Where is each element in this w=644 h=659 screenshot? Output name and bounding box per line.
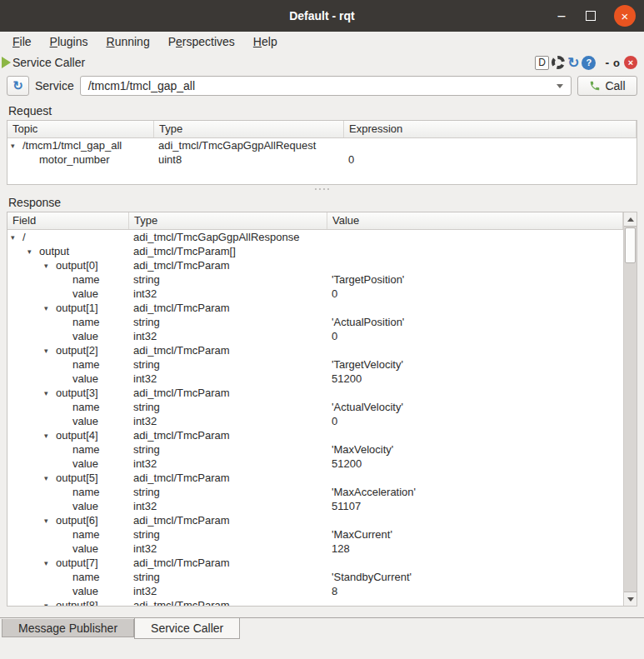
field-name: name <box>72 401 100 413</box>
expand-arrow-icon[interactable]: ▾ <box>44 429 56 442</box>
field-value <box>327 598 623 607</box>
table-row[interactable]: namestring'ActualPosition' <box>7 315 623 329</box>
service-toolbar: ↻ Service /tmcm1/tmcl_gap_all Call <box>0 73 644 98</box>
dock-close-button[interactable]: × <box>624 56 637 69</box>
expand-arrow-icon[interactable]: ▾ <box>11 139 22 152</box>
menu-item-running[interactable]: Running <box>97 33 159 50</box>
field-type: adi_tmcl/TmcParam <box>129 428 327 442</box>
scroll-down-button[interactable] <box>624 592 637 606</box>
menu-item-help[interactable]: Help <box>244 33 287 50</box>
expand-arrow-icon[interactable]: ▾ <box>44 557 56 570</box>
field-type: uint8 <box>154 152 344 167</box>
table-row[interactable]: ▾output[1]adi_tmcl/TmcParam <box>7 301 623 315</box>
reload-icon[interactable]: ↻ <box>567 56 579 70</box>
table-row[interactable]: ▾output[7]adi_tmcl/TmcParam <box>7 556 623 570</box>
field-name: / <box>22 231 26 243</box>
expand-arrow-icon[interactable]: ▾ <box>27 245 39 258</box>
table-row[interactable]: namestring'TargetVelocity' <box>7 357 623 372</box>
service-combobox-value: /tmcm1/tmcl_gap_all <box>88 79 195 92</box>
table-row[interactable]: namestring'TargetPosition' <box>7 272 623 287</box>
call-button[interactable]: Call <box>577 76 637 96</box>
table-row[interactable]: ▾output[3]adi_tmcl/TmcParam <box>7 386 623 400</box>
column-header-field[interactable]: Field <box>7 212 129 229</box>
column-header-type[interactable]: Type <box>154 121 344 137</box>
play-icon <box>2 57 11 68</box>
scrollbar-thumb[interactable] <box>625 227 636 263</box>
field-value: 0 <box>344 152 637 167</box>
refresh-services-button[interactable]: ↻ <box>7 76 29 96</box>
dock-minimize-button[interactable]: - <box>605 56 609 69</box>
table-row[interactable]: valueint320 <box>7 414 623 428</box>
menu-item-perspectives[interactable]: Perspectives <box>159 33 244 50</box>
dock-float-button[interactable]: o <box>612 57 622 69</box>
table-row[interactable]: valueint3251200 <box>7 457 623 471</box>
table-row[interactable]: ▾output[8]adi_tmcl/TmcParam <box>7 598 623 607</box>
column-header-type[interactable]: Type <box>129 212 327 229</box>
vertical-scrollbar[interactable] <box>623 212 637 606</box>
response-table: FieldTypeValue ▾/adi_tmcl/TmcGapGgpAllRe… <box>7 212 637 607</box>
field-type: string <box>129 272 327 287</box>
expand-arrow-icon[interactable]: ▾ <box>44 514 56 527</box>
expand-arrow-icon[interactable]: ▾ <box>44 387 56 400</box>
response-table-header: FieldTypeValue <box>7 212 623 230</box>
expand-arrow-icon[interactable]: ▾ <box>44 472 56 485</box>
field-type: string <box>129 357 327 372</box>
field-name: value <box>72 372 98 385</box>
response-section-label: Response <box>0 193 644 212</box>
column-header-expression[interactable]: Expression <box>344 121 637 137</box>
menu-item-file[interactable]: File <box>3 33 41 50</box>
field-type: int32 <box>129 542 327 556</box>
table-row[interactable]: motor_numberuint80 <box>7 152 637 167</box>
field-name: value <box>72 330 98 342</box>
table-row[interactable]: valueint3251107 <box>7 499 623 513</box>
table-row[interactable]: valueint32128 <box>7 542 623 556</box>
expand-arrow-icon[interactable]: ▾ <box>44 599 56 607</box>
field-name: output[1] <box>56 302 98 314</box>
field-type: int32 <box>129 287 327 301</box>
tab-message-publisher[interactable]: Message Publisher <box>2 619 134 637</box>
window-close-button[interactable]: × <box>614 5 636 27</box>
table-row[interactable]: valueint320 <box>7 287 623 301</box>
field-type: string <box>129 315 327 329</box>
splitter-handle[interactable] <box>0 185 644 193</box>
table-row[interactable]: ▾outputadi_tmcl/TmcParam[] <box>7 244 623 258</box>
scroll-up-button[interactable] <box>624 212 637 227</box>
service-combobox[interactable]: /tmcm1/tmcl_gap_all <box>80 76 572 96</box>
table-row[interactable]: namestring'MaxAcceleration' <box>7 485 623 499</box>
table-row[interactable]: namestring'MaxCurrent' <box>7 527 623 542</box>
table-row[interactable]: ▾output[0]adi_tmcl/TmcParam <box>7 258 623 272</box>
table-row[interactable]: namestring'StandbyCurrent' <box>7 570 623 584</box>
field-name: output[2] <box>56 344 98 357</box>
field-type: int32 <box>129 329 327 343</box>
table-row[interactable]: valueint328 <box>7 584 623 598</box>
expand-arrow-icon[interactable]: ▾ <box>44 259 56 272</box>
field-name: value <box>72 542 98 555</box>
field-name: output[4] <box>56 429 98 442</box>
table-row[interactable]: ▾output[6]adi_tmcl/TmcParam <box>7 513 623 527</box>
table-row[interactable]: ▾output[2]adi_tmcl/TmcParam <box>7 343 623 357</box>
table-row[interactable]: namestring'MaxVelocity' <box>7 442 623 457</box>
field-value: 'MaxCurrent' <box>327 527 623 542</box>
window-maximize-button[interactable] <box>586 11 596 21</box>
table-row[interactable]: namestring'ActualVelocity' <box>7 400 623 414</box>
window-minimize-button[interactable]: – <box>556 12 567 20</box>
table-row[interactable]: ▾output[5]adi_tmcl/TmcParam <box>7 471 623 485</box>
expand-arrow-icon[interactable]: ▾ <box>11 231 22 244</box>
dock-d-button[interactable]: D <box>535 56 549 70</box>
tab-service-caller[interactable]: Service Caller <box>134 617 240 639</box>
menu-item-plugins[interactable]: Plugins <box>41 33 97 50</box>
field-value: 51200 <box>327 372 623 386</box>
field-type: string <box>129 442 327 457</box>
field-type: adi_tmcl/TmcGapGgpAllRequest <box>154 138 344 152</box>
table-row[interactable]: valueint3251200 <box>7 372 623 386</box>
column-header-topic[interactable]: Topic <box>7 121 154 137</box>
table-row[interactable]: valueint320 <box>7 329 623 343</box>
table-row[interactable]: ▾/adi_tmcl/TmcGapGgpAllResponse <box>7 230 623 244</box>
expand-arrow-icon[interactable]: ▾ <box>44 344 56 357</box>
table-row[interactable]: ▾output[4]adi_tmcl/TmcParam <box>7 428 623 442</box>
column-header-value[interactable]: Value <box>327 212 623 229</box>
expand-arrow-icon[interactable]: ▾ <box>44 302 56 315</box>
gear-icon[interactable] <box>552 56 565 69</box>
help-icon[interactable]: ? <box>582 56 596 70</box>
table-row[interactable]: ▾/tmcm1/tmcl_gap_alladi_tmcl/TmcGapGgpAl… <box>7 138 637 152</box>
